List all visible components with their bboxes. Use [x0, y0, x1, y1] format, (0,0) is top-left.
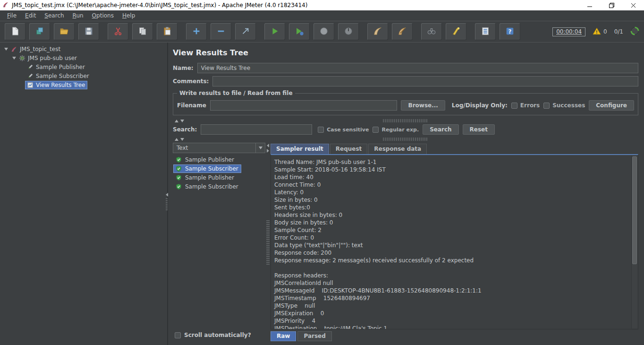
jmeter-window: JMS_topic_test.jmx (C:\JMeter\apache-jme…	[0, 0, 644, 345]
expand-all-button[interactable]	[186, 23, 207, 40]
tree-node-jms-topic-test[interactable]: JMS_topic_test	[0, 44, 167, 53]
result-item-sample-publisher[interactable]: Sample Publisher	[174, 173, 265, 182]
copy-button[interactable]	[132, 23, 153, 40]
remote-start-all-button[interactable]	[367, 23, 388, 40]
scroll-automatically-checkbox-box[interactable]	[175, 332, 181, 338]
menu-search[interactable]: Search	[40, 11, 68, 20]
name-field[interactable]	[197, 63, 638, 73]
toolbar-status: 00:00:04 0 0/1	[552, 26, 639, 37]
stop-button[interactable]	[314, 23, 334, 40]
menu-options[interactable]: Options	[88, 11, 118, 20]
sampler-result-line: Connect Time: 0	[274, 181, 628, 189]
vertical-splitter[interactable]	[265, 143, 271, 341]
render-tab-raw[interactable]: Raw	[271, 331, 296, 341]
sampler-result-line: JMSType null	[274, 302, 628, 310]
log-warning-icon[interactable]	[593, 27, 601, 36]
regular-exp-checkbox-box[interactable]	[373, 127, 379, 133]
tree-node-sample-publisher[interactable]: Sample Publisher	[0, 62, 167, 71]
vertical-scrollbar[interactable]	[631, 155, 637, 328]
remote-shutdown-all-button[interactable]	[392, 23, 413, 40]
tree-splitter-handle[interactable]	[165, 193, 168, 214]
dropdown-arrow-icon[interactable]	[255, 143, 265, 153]
result-item-sample-subscriber[interactable]: Sample Subscriber	[174, 164, 265, 173]
clear-all-button[interactable]	[475, 23, 496, 40]
open-file-button[interactable]	[54, 23, 75, 40]
tree-node-label: Sample Subscriber	[36, 73, 89, 79]
toolbar-separator	[258, 23, 263, 40]
tree-node-jms-pub-sub-user[interactable]: JMS pub-sub user	[0, 53, 167, 62]
success-shield-icon	[175, 174, 182, 181]
cut-button[interactable]	[108, 23, 128, 40]
templates-button[interactable]	[29, 23, 50, 40]
browse-button[interactable]: Browse...	[401, 100, 445, 111]
open-folder-icon	[59, 26, 69, 37]
start-icon	[270, 26, 280, 37]
minus-icon	[216, 26, 226, 37]
close-button[interactable]	[622, 0, 644, 10]
filename-field[interactable]	[210, 100, 398, 111]
start-no-timers-button[interactable]	[289, 23, 310, 40]
case-sensitive-checkbox-box[interactable]	[318, 127, 324, 133]
search-icon	[427, 26, 436, 37]
search-input[interactable]	[201, 124, 312, 135]
case-sensitive-checkbox[interactable]: Case sensitive	[318, 127, 369, 133]
horizontal-splitter-top[interactable]	[173, 118, 638, 123]
expander-icon[interactable]	[3, 48, 9, 51]
sampler-result-text[interactable]: Thread Name: JMS pub-sub user 1-1Sample …	[271, 154, 638, 329]
sampler-detail-panel: Sampler resultRequestResponse data Threa…	[271, 143, 638, 341]
successes-checkbox[interactable]: Successes	[543, 102, 585, 109]
comments-field[interactable]	[212, 76, 638, 86]
jms-publisher-icon	[26, 64, 34, 70]
search-button[interactable]: Search	[423, 124, 458, 135]
render-tab-parsed[interactable]: Parsed	[297, 331, 331, 341]
paste-button[interactable]	[157, 23, 178, 40]
view-mode-dropdown[interactable]: Text	[173, 143, 265, 153]
sampler-result-line: Response code: 200	[274, 249, 628, 257]
minimize-button[interactable]	[579, 0, 601, 10]
start-button[interactable]	[264, 23, 285, 40]
search-label: Search:	[173, 126, 197, 133]
errors-checkbox[interactable]: Errors	[511, 102, 540, 109]
scrollbar-thumb[interactable]	[632, 156, 637, 264]
scroll-automatically-checkbox[interactable]: Scroll automatically?	[173, 329, 265, 341]
shutdown-button[interactable]	[338, 23, 359, 40]
toggle-element-button[interactable]	[235, 23, 256, 40]
log-display-only-label: Log/Display Only:	[452, 102, 508, 109]
cut-icon	[113, 26, 123, 37]
regular-exp-checkbox[interactable]: Regular exp.	[373, 127, 419, 133]
menu-edit[interactable]: Edit	[21, 11, 40, 20]
main-content: JMS_topic_testJMS pub-sub userSample Pub…	[0, 43, 644, 345]
remote-start-icon	[373, 26, 382, 37]
collapse-all-button[interactable]	[211, 23, 231, 40]
tab-request[interactable]: Request	[330, 144, 368, 154]
tree-node-view-results-tree[interactable]: View Results Tree	[0, 80, 167, 89]
configure-button[interactable]: Configure	[589, 100, 634, 111]
window-title: JMS_topic_test.jmx (C:\JMeter\apache-jme…	[12, 2, 307, 9]
expander-icon[interactable]	[11, 57, 17, 60]
menu-help[interactable]: Help	[118, 11, 139, 20]
errors-checkbox-box[interactable]	[511, 103, 517, 109]
test-plan-tree: JMS_topic_testJMS pub-sub userSample Pub…	[0, 43, 168, 345]
elapsed-time[interactable]: 00:00:04	[552, 27, 585, 36]
successes-checkbox-box[interactable]	[543, 103, 550, 109]
filename-label: Filename	[177, 102, 206, 109]
function-helper-button[interactable]	[446, 23, 466, 40]
titlebar: JMS_topic_test.jmx (C:\JMeter\apache-jme…	[0, 0, 644, 10]
help-button[interactable]: ?	[500, 23, 520, 40]
menu-file[interactable]: File	[3, 11, 21, 20]
save-button[interactable]	[78, 23, 99, 40]
horizontal-splitter-bottom[interactable]	[173, 137, 638, 142]
result-item-label: Sample Subscriber	[185, 165, 238, 172]
reset-button[interactable]: Reset	[463, 124, 495, 135]
toolbar-separator	[415, 23, 419, 40]
tab-response-data[interactable]: Response data	[368, 144, 427, 154]
result-item-sample-publisher[interactable]: Sample Publisher	[174, 155, 265, 164]
result-item-sample-subscriber[interactable]: Sample Subscriber	[174, 182, 265, 191]
new-test-plan-button[interactable]	[5, 23, 25, 40]
restore-button[interactable]	[601, 0, 622, 10]
menu-run[interactable]: Run	[68, 11, 88, 20]
search-button[interactable]	[421, 23, 442, 40]
results-list[interactable]: Sample PublisherSample SubscriberSample …	[173, 153, 265, 329]
tab-sampler-result[interactable]: Sampler result	[271, 144, 329, 154]
tree-node-sample-subscriber[interactable]: Sample Subscriber	[0, 71, 167, 80]
